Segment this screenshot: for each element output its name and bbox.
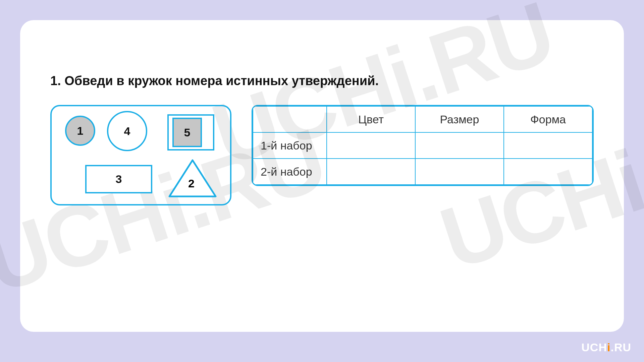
shape-label: 1 <box>77 124 84 137</box>
table-corner <box>253 106 327 132</box>
shape-rectangle-3: 3 <box>85 165 152 193</box>
brand-logo: UCHi.RU <box>581 341 631 354</box>
brand-post: .RU <box>610 341 631 354</box>
table-row: 1-й набор <box>253 132 592 159</box>
shape-label: 3 <box>116 173 122 186</box>
table-header: Цвет <box>327 106 415 132</box>
shape-label: 2 <box>188 177 195 190</box>
shape-label: 5 <box>184 126 191 139</box>
question-heading: 1. Обведи в кружок номера истинных утвер… <box>50 74 594 88</box>
table-cell[interactable] <box>504 159 592 185</box>
shape-label: 4 <box>124 125 130 138</box>
table-cell[interactable] <box>415 132 504 159</box>
brand-i: i <box>607 341 610 354</box>
table-row: 2-й набор <box>253 159 592 185</box>
card: UCHi.RU UCHi.RU UCHi.RU 1. Обведи в круж… <box>20 20 624 332</box>
content-row: 1 4 5 3 2 <box>50 105 594 205</box>
table-row-label: 2-й набор <box>253 159 327 185</box>
shape-triangle-2: 2 <box>167 158 218 198</box>
table-row-label: 1-й набор <box>253 132 327 159</box>
question-text: Обведи в кружок номера истинных утвержде… <box>64 74 379 88</box>
table-header-row: Цвет Размер Форма <box>253 106 592 132</box>
shape-circle-4: 4 <box>107 111 147 151</box>
table-header: Размер <box>415 106 504 132</box>
properties-table: Цвет Размер Форма 1-й набор 2-й набор <box>252 105 594 186</box>
table-header: Форма <box>504 106 592 132</box>
shapes-panel: 1 4 5 3 2 <box>50 105 231 205</box>
question-number: 1. <box>50 74 61 88</box>
table-cell[interactable] <box>415 159 504 185</box>
shape-square-5: 5 <box>172 118 202 147</box>
table-cell[interactable] <box>327 159 415 185</box>
table-cell[interactable] <box>504 132 592 159</box>
table-cell[interactable] <box>327 132 415 159</box>
brand-pre: UCH <box>581 341 607 354</box>
shape-circle-1: 1 <box>65 116 95 146</box>
